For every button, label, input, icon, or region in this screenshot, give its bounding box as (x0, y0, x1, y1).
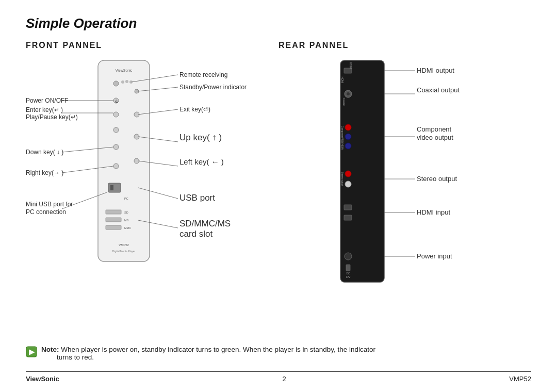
panels-row: Front pannel ViewSonic (26, 41, 531, 308)
front-device-area: ViewSonic ⏻ (26, 55, 278, 308)
page-title: Simple Operation (26, 15, 531, 31)
note-body: When player is power on, standby indicat… (41, 346, 375, 361)
note-text: Note: When player is power on, standby i… (41, 346, 375, 361)
svg-text:Mini  USB port for: Mini USB port for (26, 201, 73, 208)
svg-text:Digital Media Player: Digital Media Player (112, 250, 136, 253)
front-panel-svg: ViewSonic ⏻ (26, 55, 278, 308)
footer-model: VMP52 (509, 375, 531, 383)
svg-rect-65 (344, 215, 352, 220)
svg-text:DC: DC (346, 272, 350, 275)
svg-point-59 (345, 124, 351, 130)
footer-brand: ViewSonic (26, 375, 59, 383)
svg-text:HDMI  output: HDMI output (417, 67, 454, 74)
svg-text:Component/480i/HDMi: Component/480i/HDMi (341, 126, 343, 150)
svg-point-15 (113, 164, 119, 169)
svg-text:Coaxial  output: Coaxial output (417, 86, 460, 94)
svg-text:Stereo output: Stereo output (417, 175, 457, 183)
svg-text:Remote receiving: Remote receiving (179, 71, 227, 78)
svg-text:HDMI  input: HDMI input (417, 208, 450, 216)
svg-rect-17 (110, 185, 113, 190)
svg-text:Right key(→ ): Right key(→ ) (26, 169, 63, 176)
svg-rect-19 (106, 210, 121, 214)
svg-text:MS: MS (124, 219, 129, 222)
svg-rect-64 (344, 205, 352, 210)
svg-text:Enter key(↵ ): Enter key(↵ ) (26, 106, 63, 113)
svg-point-66 (345, 253, 352, 260)
svg-text:⏻: ⏻ (115, 100, 119, 103)
svg-text:ViewSonic: ViewSonic (116, 69, 133, 72)
footer: ViewSonic 2 VMP52 (26, 371, 531, 383)
svg-point-60 (345, 134, 351, 140)
svg-text:Standby/Power indicator: Standby/Power indicator (179, 84, 247, 91)
svg-text:Down key( ↓ ): Down key( ↓ ) (26, 149, 63, 156)
svg-text:HDMI: HDMI (341, 77, 344, 84)
rear-panel-svg: HDMI DC (278, 55, 531, 308)
svg-text:Stereo output: Stereo output (341, 172, 343, 186)
page: Simple Operation Front pannel ViewSonic (0, 0, 557, 392)
svg-point-9 (113, 112, 119, 117)
svg-point-62 (345, 171, 351, 177)
front-panel-heading: Front pannel (26, 41, 278, 50)
rear-device-area: HDMI DC (278, 55, 531, 308)
svg-point-13 (113, 144, 119, 150)
svg-text:PC: PC (124, 197, 128, 200)
svg-text:MMC: MMC (124, 226, 131, 230)
footer-page: 2 (282, 375, 286, 383)
svg-point-4 (125, 80, 128, 83)
svg-point-3 (121, 80, 124, 84)
rear-panel: Rear pannel HDMI (278, 41, 531, 308)
svg-text:12V: 12V (346, 275, 351, 279)
svg-rect-16 (108, 183, 121, 192)
svg-text:VMP52: VMP52 (119, 243, 129, 247)
svg-text:Play/Pause key(↵): Play/Pause key(↵) (26, 113, 78, 121)
note-label: Note: (41, 346, 59, 353)
svg-text:SD: SD (124, 211, 128, 214)
svg-rect-0 (98, 60, 150, 262)
svg-text:▶: ▶ (29, 348, 35, 356)
svg-rect-55 (344, 68, 352, 73)
note-icon: ▶ (26, 346, 37, 357)
front-panel: Front pannel ViewSonic (26, 41, 278, 308)
svg-text:Power ON/OFF: Power ON/OFF (26, 97, 69, 104)
rear-panel-heading: Rear pannel (278, 41, 531, 50)
svg-point-61 (345, 143, 351, 149)
svg-point-2 (113, 81, 119, 86)
svg-text:card slot: card slot (179, 229, 213, 239)
svg-point-63 (345, 181, 351, 187)
note-section: ▶ Note: When player is power on, standby… (26, 346, 531, 361)
svg-text:Up key( ↑ ): Up key( ↑ ) (179, 133, 222, 142)
svg-point-11 (113, 127, 119, 133)
svg-text:SD/MMC/MS: SD/MMC/MS (179, 219, 231, 228)
svg-text:Component: Component (417, 125, 452, 133)
svg-text:Power input: Power input (417, 252, 452, 260)
svg-text:Exit key(⏎): Exit key(⏎) (179, 106, 210, 113)
svg-rect-67 (346, 265, 350, 271)
svg-text:Left key( ← ): Left key( ← ) (179, 157, 224, 166)
svg-text:video output: video output (417, 134, 453, 141)
svg-text:PC connection: PC connection (26, 208, 66, 216)
svg-text:HDMI: HDMI (349, 62, 352, 69)
svg-point-58 (347, 92, 350, 95)
svg-rect-23 (106, 225, 121, 230)
svg-text:USB port: USB port (179, 193, 215, 203)
svg-rect-21 (106, 218, 121, 222)
svg-text:Coaxial: Coaxial (342, 97, 345, 105)
